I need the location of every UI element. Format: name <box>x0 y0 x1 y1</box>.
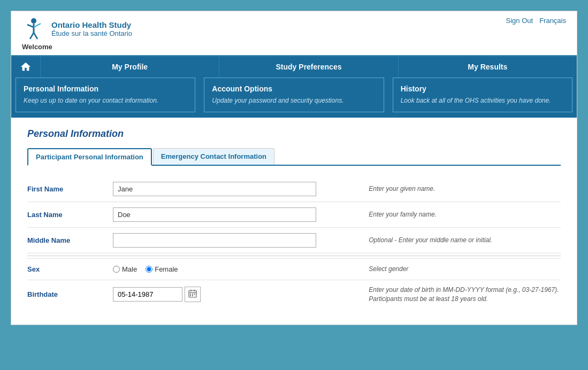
last-name-input-cell <box>113 202 369 227</box>
sub-card-history-desc: Look back at all of the OHS activities y… <box>401 96 564 105</box>
form-row-sex: Sex Male Female <box>27 258 561 280</box>
sub-card-account-options-desc: Update your password and security questi… <box>212 96 376 105</box>
sex-female-text: Female <box>155 265 178 273</box>
svg-line-5 <box>34 33 37 39</box>
welcome-text: Welcome <box>22 43 52 51</box>
personal-information-form: First Name Enter your given name. Last N… <box>27 176 561 309</box>
content-area: Personal Information Participant Persona… <box>11 118 577 325</box>
sub-card-account-options[interactable]: Account Options Update your password and… <box>204 78 384 112</box>
svg-line-2 <box>27 25 34 27</box>
first-name-input-cell <box>113 176 369 202</box>
logo-text: Ontario Health Study Étude sur la santé … <box>51 20 132 37</box>
first-name-input[interactable] <box>113 182 316 196</box>
sex-input-cell: Male Female <box>113 258 369 280</box>
birthdate-input-cell <box>113 280 369 309</box>
form-row-first-name: First Name Enter your given name. <box>27 176 561 202</box>
sex-label: Sex <box>27 258 113 280</box>
form-row-middle-name: Middle Name Optional - Enter your middle… <box>27 227 561 253</box>
sub-card-history[interactable]: History Look back at all of the OHS acti… <box>393 78 572 112</box>
middle-name-input-cell <box>113 227 369 253</box>
logo: Ontario Health Study Étude sur la santé … <box>22 17 132 41</box>
svg-rect-12 <box>194 294 195 295</box>
birthdate-label: Birthdate <box>27 280 113 309</box>
birthdate-input[interactable] <box>113 287 182 302</box>
calendar-icon <box>188 289 197 298</box>
birthdate-wrapper <box>113 287 358 302</box>
sex-hint: Select gender <box>369 258 561 280</box>
sex-male-text: Male <box>122 265 137 273</box>
logo-icon <box>22 17 46 41</box>
home-nav-button[interactable] <box>11 56 41 78</box>
tab-participant-personal-information[interactable]: Participant Personal Information <box>27 148 152 166</box>
sex-female-radio[interactable] <box>146 266 152 273</box>
svg-rect-13 <box>190 295 191 296</box>
divider-row <box>27 253 561 258</box>
form-row-last-name: Last Name Enter your family name. <box>27 202 561 227</box>
svg-line-4 <box>30 33 34 39</box>
first-name-hint: Enter your given name. <box>369 176 561 202</box>
last-name-hint: Enter your family name. <box>369 202 561 227</box>
sex-male-label[interactable]: Male <box>113 265 137 273</box>
page-title: Personal Information <box>27 128 561 140</box>
logo-line2: Étude sur la santé Ontario <box>51 29 132 37</box>
svg-line-3 <box>34 24 41 27</box>
sex-male-radio[interactable] <box>113 266 120 273</box>
home-icon <box>20 61 32 73</box>
first-name-label: First Name <box>27 176 113 202</box>
middle-name-input[interactable] <box>113 233 316 248</box>
svg-point-0 <box>31 18 36 24</box>
nav-tab-study-preferences[interactable]: Study Preferences <box>219 56 398 78</box>
sign-out-link[interactable]: Sign Out <box>506 17 533 25</box>
sub-card-account-options-title: Account Options <box>212 84 376 93</box>
sub-card-personal-information-desc: Keep us up to date on your contact infor… <box>24 96 187 105</box>
calendar-button[interactable] <box>185 287 201 302</box>
middle-name-label: Middle Name <box>27 227 113 253</box>
nav-tab-my-results[interactable]: My Results <box>399 56 577 78</box>
sub-card-personal-information[interactable]: Personal Information Keep us up to date … <box>16 78 195 112</box>
middle-name-hint: Optional - Enter your middle name or ini… <box>369 227 561 253</box>
last-name-input[interactable] <box>113 207 316 222</box>
form-row-birthdate: Birthdate <box>27 280 561 309</box>
sub-nav: Personal Information Keep us up to date … <box>11 78 577 118</box>
nav-tab-my-profile[interactable]: My Profile <box>41 56 219 78</box>
birthdate-hint: Enter your date of birth in MM-DD-YYYY f… <box>369 280 561 309</box>
francais-link[interactable]: Français <box>539 17 566 25</box>
svg-rect-11 <box>192 294 193 295</box>
svg-rect-10 <box>190 294 191 295</box>
last-name-label: Last Name <box>27 202 113 227</box>
sex-radio-group: Male Female <box>113 265 358 273</box>
nav-bar: My Profile Study Preferences My Results <box>11 56 577 78</box>
sub-card-personal-information-title: Personal Information <box>24 84 187 93</box>
header-links: Sign Out Français <box>506 17 566 25</box>
sex-female-label[interactable]: Female <box>146 265 178 273</box>
logo-line1: Ontario Health Study <box>51 20 132 29</box>
tab-bar: Participant Personal Information Emergen… <box>27 148 561 166</box>
tab-emergency-contact-information[interactable]: Emergency Contact Information <box>153 148 274 165</box>
svg-rect-14 <box>192 295 193 296</box>
sub-card-history-title: History <box>401 84 564 93</box>
